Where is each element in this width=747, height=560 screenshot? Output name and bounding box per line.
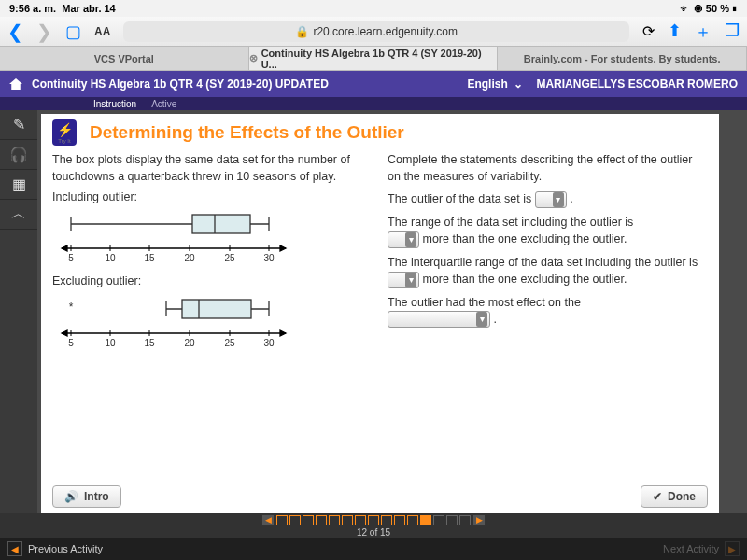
progress-step[interactable]: [329, 515, 340, 525]
pencil-icon[interactable]: ✎: [0, 110, 37, 140]
reload-icon[interactable]: ⟳: [642, 22, 655, 40]
progress-step[interactable]: [459, 515, 471, 525]
lesson-card: ⚡Try It Determining the Effects of the O…: [41, 114, 719, 513]
select-iqr-diff[interactable]: [388, 272, 419, 288]
tab-vcs-vportal[interactable]: VCS VPortal: [0, 47, 249, 70]
browser-toolbar: ❮ ❯ ▢ AA 🔒 r20.core.learn.edgenuity.com …: [0, 17, 747, 47]
language-label: English: [467, 77, 507, 91]
sub-active: Active: [151, 99, 176, 109]
label-excluding: Excluding outlier:: [52, 273, 373, 289]
stmt4b: .: [493, 313, 496, 326]
svg-text:30: 30: [263, 338, 275, 348]
intro-label: Intro: [84, 490, 109, 503]
url-text: r20.core.learn.edgenuity.com: [313, 25, 458, 38]
wifi-icon: ᯤ ⦿: [680, 3, 706, 14]
chevron-left-icon: ◀: [7, 541, 22, 556]
sub-instruction: Instruction: [93, 99, 136, 109]
prev-activity-label: Previous Activity: [28, 543, 103, 554]
left-column: The box plots display the same data set …: [52, 151, 373, 482]
url-bar[interactable]: 🔒 r20.core.learn.edgenuity.com: [123, 21, 629, 42]
progress-next[interactable]: ▶: [472, 514, 486, 526]
course-sub-bar: Instruction Active: [0, 97, 747, 110]
next-activity-label: Next Activity: [663, 543, 719, 554]
previous-activity-button[interactable]: ◀ Previous Activity: [7, 541, 103, 556]
stmt4: The outlier had the most effect on the: [388, 296, 581, 309]
boxplot-excluding: *: [52, 292, 295, 354]
select-outlier-value[interactable]: [535, 191, 567, 208]
progress-bar: ◀ ▶ 12 of 15: [0, 513, 747, 538]
user-name: MARIANGELLYS ESCOBAR ROMERO: [536, 77, 738, 91]
lock-icon: 🔒: [295, 25, 309, 38]
new-tab-icon[interactable]: ＋: [695, 21, 712, 43]
progress-step-current[interactable]: [420, 515, 431, 525]
tabs-icon[interactable]: ❐: [725, 21, 740, 43]
tab-edgenuity[interactable]: ⊗Continuity HS Algebra 1b QTR 4 (SY 2019…: [249, 47, 499, 70]
select-range-diff[interactable]: [388, 231, 419, 248]
status-date: Mar abr. 14: [62, 3, 115, 14]
svg-text:*: *: [69, 301, 74, 314]
progress-step[interactable]: [394, 515, 405, 525]
forward-button[interactable]: ❯: [36, 21, 52, 43]
lesson-title: Determining the Effects of the Outlier: [90, 122, 404, 143]
tab-brainly[interactable]: Brainly.com - For students. By students.: [498, 47, 747, 70]
svg-text:10: 10: [105, 338, 116, 348]
language-selector[interactable]: English ⌄: [467, 77, 523, 91]
select-most-effect[interactable]: [388, 311, 490, 328]
share-icon[interactable]: ⬆︎: [668, 21, 682, 43]
progress-step[interactable]: [289, 515, 301, 525]
progress-step[interactable]: [368, 515, 379, 525]
stmt3a: The interquartile range of the data set …: [388, 256, 698, 269]
label-including: Including outlier:: [52, 189, 373, 205]
stmt1b: .: [570, 192, 572, 205]
headphones-icon[interactable]: 🎧: [0, 140, 37, 170]
back-button[interactable]: ❮: [7, 21, 23, 43]
next-activity-button[interactable]: Next Activity ▶: [663, 541, 740, 556]
course-header: Continuity HS Algebra 1b QTR 4 (SY 2019-…: [0, 71, 747, 97]
stmt2: The range of the data set including the …: [388, 216, 633, 229]
progress-step[interactable]: [381, 515, 392, 525]
done-button[interactable]: ✔Done: [641, 485, 708, 508]
progress-step[interactable]: [407, 515, 418, 525]
intro-button[interactable]: 🔊Intro: [52, 485, 121, 508]
chevron-right-icon: ▶: [725, 541, 740, 556]
tryit-icon: ⚡Try It: [52, 119, 77, 146]
course-title: Continuity HS Algebra 1b QTR 4 (SY 2019-…: [32, 77, 329, 91]
svg-rect-3: [192, 215, 250, 233]
right-intro-text: Complete the statements describing the e…: [388, 151, 708, 185]
stmt2b: more than the one excluding the outlier.: [422, 232, 627, 245]
bookmarks-icon[interactable]: ▢: [65, 21, 81, 42]
svg-text:30: 30: [263, 253, 275, 263]
speaker-icon: 🔊: [64, 490, 78, 503]
progress-step[interactable]: [446, 515, 458, 525]
progress-step[interactable]: [433, 515, 444, 525]
battery-icon: ▮: [729, 3, 738, 14]
progress-step[interactable]: [303, 515, 314, 525]
progress-step[interactable]: [276, 515, 288, 525]
status-time: 9:56 a. m.: [9, 3, 56, 14]
text-size-button[interactable]: AA: [94, 25, 110, 38]
stmt1a: The outlier of the data set is: [388, 192, 535, 205]
collapse-icon[interactable]: ︿: [0, 200, 37, 230]
left-intro-text: The box plots display the same data set …: [52, 151, 373, 185]
calculator-icon[interactable]: ▦: [0, 170, 37, 200]
svg-text:5: 5: [68, 253, 74, 263]
boxplot-including: 5 10 15 20 25 30: [52, 207, 295, 269]
tool-rail: ✎ 🎧 ▦ ︿: [0, 110, 37, 513]
right-column: Complete the statements describing the e…: [388, 151, 708, 482]
tab-label: Continuity HS Algebra 1b QTR 4 (SY 2019-…: [261, 48, 498, 70]
tab-label: Brainly.com - For students. By students.: [524, 53, 721, 64]
progress-step[interactable]: [316, 515, 327, 525]
svg-text:25: 25: [224, 253, 235, 263]
tryit-label: Try It: [58, 138, 70, 144]
progress-prev[interactable]: ◀: [261, 514, 275, 526]
home-icon[interactable]: [9, 78, 22, 90]
close-icon[interactable]: ⊗: [249, 52, 258, 64]
progress-label: 12 of 15: [357, 527, 390, 538]
stmt3b: more than the one excluding the outlier.: [422, 273, 627, 286]
svg-text:10: 10: [105, 253, 116, 263]
tab-label: VCS VPortal: [94, 53, 154, 64]
svg-marker-6: [280, 245, 286, 251]
svg-text:20: 20: [184, 338, 195, 348]
progress-step[interactable]: [342, 515, 353, 525]
progress-step[interactable]: [355, 515, 366, 525]
